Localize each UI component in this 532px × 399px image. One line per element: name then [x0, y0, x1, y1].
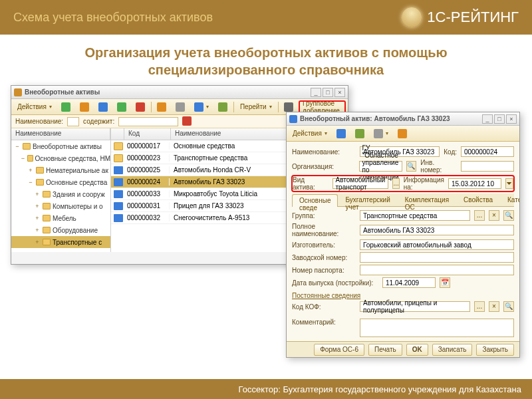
kof-clear[interactable]: ×	[489, 301, 499, 312]
tree-item[interactable]: +Нематериальные ак	[11, 164, 110, 176]
group-clear[interactable]: ×	[489, 210, 499, 221]
lookup-org-button[interactable]: 🔍	[406, 161, 417, 172]
window2-titlebar[interactable]: Внеоборотный актив: Автомобиль ГАЗ 33023…	[287, 112, 519, 126]
input-org[interactable]: ГУ "Областное управление по ликвидации Ч…	[359, 161, 402, 172]
tree-item[interactable]: +Компьютеры и о	[11, 200, 110, 212]
toggle-icon[interactable]: +	[27, 167, 34, 174]
printer-icon	[284, 102, 293, 112]
tree-item[interactable]: −Основные средства	[11, 176, 110, 188]
print-button[interactable]	[281, 101, 297, 113]
copy-button[interactable]	[95, 101, 111, 113]
input-maker[interactable]: Горьковский автомобильный завод	[360, 239, 514, 250]
input-passport[interactable]	[360, 265, 514, 275]
ok-button[interactable]: OK	[406, 344, 428, 356]
tab-3[interactable]: Свойства	[456, 194, 500, 206]
tree-label: Основные средства, НМ	[35, 155, 110, 162]
kof-ell[interactable]: ...	[474, 301, 485, 312]
input-date[interactable]: 11.04.2009	[382, 277, 436, 288]
input-fullname[interactable]: Автомобиль ГАЗ 33023	[360, 225, 514, 235]
actions-menu[interactable]: Действия	[14, 101, 55, 113]
hierarchy-button[interactable]	[172, 101, 188, 113]
refresh-button[interactable]	[215, 101, 231, 113]
col-name[interactable]: Наименование	[171, 128, 301, 140]
min-button[interactable]: _	[311, 88, 321, 97]
form-icon	[289, 115, 297, 123]
input-comment[interactable]	[360, 319, 514, 337]
cell-code: 000000024	[123, 178, 170, 186]
group-add-button[interactable]: Групповое добавление	[299, 101, 345, 113]
label-group: Группа:	[292, 212, 356, 219]
toggle-icon[interactable]: +	[34, 239, 41, 245]
filter-toggle[interactable]	[191, 101, 212, 113]
tree-item[interactable]: +Оборудование	[11, 224, 110, 236]
toggle-icon[interactable]: +	[34, 227, 41, 233]
input-kof[interactable]: Автомобили, прицепы и полуприцепы	[360, 301, 470, 312]
input-group[interactable]: Транспортные средства	[360, 210, 470, 221]
toggle-icon[interactable]: +	[34, 191, 41, 198]
tree-item[interactable]: +Транспортные с	[11, 236, 110, 248]
filter-clear[interactable]	[182, 116, 192, 127]
toggle-icon[interactable]: −	[21, 155, 25, 162]
edit-button[interactable]	[114, 101, 130, 113]
input-serial[interactable]	[360, 252, 514, 263]
toggle-icon[interactable]: −	[27, 179, 34, 186]
tree-item[interactable]: +Мебель	[11, 212, 110, 224]
input-type[interactable]: Автомобильный транспорт	[332, 178, 389, 189]
delete-button[interactable]	[132, 101, 148, 113]
item-icon	[114, 190, 123, 198]
save-button[interactable]: Записать	[432, 344, 473, 356]
min-button[interactable]: _	[482, 114, 493, 124]
save-button[interactable]	[333, 128, 349, 140]
tree-item[interactable]: −Внеоборотные активы	[11, 140, 110, 152]
label-maker: Изготовитель:	[292, 241, 356, 249]
tree-item[interactable]: +Здания и сооруж	[11, 188, 110, 200]
label-passport: Номер паспорта:	[292, 267, 356, 274]
type-dd-button[interactable]: ...	[392, 178, 399, 189]
filter-field-dd[interactable]	[67, 117, 79, 126]
toggle-icon[interactable]: +	[34, 215, 41, 221]
input-inv[interactable]	[461, 161, 514, 172]
input-code[interactable]: 000000024	[461, 146, 514, 157]
link-icon	[374, 129, 383, 138]
cell-name: Прицеп для ГАЗ 33023	[170, 202, 301, 209]
max-button[interactable]: □	[323, 88, 333, 97]
question-icon	[398, 129, 407, 138]
move-button[interactable]	[154, 101, 170, 113]
tab-0[interactable]: Основные сведе	[292, 194, 338, 207]
close-button[interactable]: ×	[334, 88, 345, 97]
max-button[interactable]: □	[494, 114, 505, 124]
tab-1[interactable]: Бухгалтерский учет	[338, 194, 397, 206]
kof-lookup[interactable]: 🔍	[503, 301, 514, 312]
toggle-icon[interactable]: +	[34, 203, 41, 209]
close-button[interactable]: ×	[506, 114, 517, 124]
tab-4[interactable]: Категории	[500, 194, 519, 206]
label-serial: Заводской номер:	[292, 254, 356, 261]
col-icon	[111, 128, 124, 140]
tab-2[interactable]: Комплектация ОС	[398, 194, 456, 206]
folder-icon	[36, 167, 44, 174]
filter-label-contains: содержит:	[83, 118, 114, 125]
form-template-button[interactable]: Форма ОС-6	[314, 344, 364, 356]
window2-title: Внеоборотный актив: Автомобиль ГАЗ 33023	[300, 115, 479, 122]
tree-item[interactable]: −Основные средства, НМ	[11, 152, 110, 164]
cell-code: 000000031	[123, 202, 170, 209]
refresh-button[interactable]	[352, 128, 368, 140]
goto-menu[interactable]: Перейти	[237, 101, 275, 113]
print-button[interactable]: Печать	[368, 344, 402, 356]
help-button[interactable]	[394, 128, 410, 140]
filter-input[interactable]	[118, 117, 178, 126]
col-code[interactable]: Код	[124, 128, 171, 140]
add-folder-button[interactable]	[76, 101, 92, 113]
actions-menu[interactable]: Действия	[289, 128, 331, 140]
goto-button[interactable]	[370, 128, 392, 140]
input-info[interactable]: 15.03.2012 10	[448, 178, 501, 189]
item-icon	[114, 166, 123, 174]
close-button[interactable]: Закрыть	[476, 344, 514, 356]
toggle-icon[interactable]: −	[14, 143, 21, 150]
date-cal[interactable]: 📅	[440, 277, 450, 288]
window1-titlebar[interactable]: Внеоборотные активы _ □ ×	[11, 86, 348, 99]
group-lookup[interactable]: 🔍	[503, 210, 514, 221]
info-cal-button[interactable]: ⏷	[505, 178, 513, 189]
group-ell[interactable]: ...	[474, 210, 485, 221]
add-button[interactable]	[58, 101, 74, 113]
